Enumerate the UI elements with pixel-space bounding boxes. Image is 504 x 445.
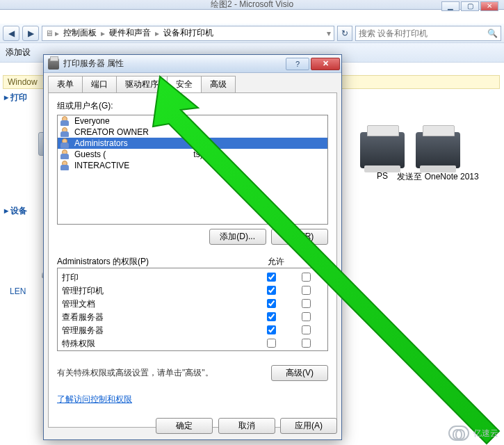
deny-column-header bbox=[293, 256, 328, 268]
deny-checkbox[interactable] bbox=[302, 299, 311, 308]
permission-label: 管理打印机 bbox=[62, 285, 254, 297]
dialog-help-button[interactable]: ? bbox=[286, 58, 309, 70]
permission-label: 管理服务器 bbox=[62, 325, 254, 337]
user-list-label: Guests ( bbox=[74, 149, 106, 159]
permission-label: 查看服务器 bbox=[62, 312, 254, 323]
deny-checkbox[interactable] bbox=[302, 286, 311, 295]
search-icon: 🔍 bbox=[487, 29, 498, 38]
permission-row: 管理文档 bbox=[62, 298, 323, 311]
watermark: 亿速云 bbox=[448, 426, 498, 441]
permission-row: 打印 bbox=[62, 271, 323, 284]
info-bar-label: Window bbox=[8, 77, 38, 87]
explorer-toolbar: ◀ ▶ 🖥 ▸ 控制面板 ▸ 硬件和声音 ▸ 设备和打印机 ▾ ↻ 🔍 bbox=[0, 24, 504, 43]
cancel-button[interactable]: 取消 bbox=[218, 418, 275, 434]
print-server-properties-dialog: 打印服务器 属性 ? ✕ 表单 端口 驱动程序 安全 高级 组或用户名(G): … bbox=[43, 54, 342, 440]
group-icon bbox=[60, 149, 70, 159]
allow-column-header: 允许 bbox=[259, 256, 293, 268]
user-list-item[interactable]: INTERACTIVE bbox=[58, 160, 327, 171]
user-list-label: CREATOR OWNER bbox=[74, 127, 149, 137]
user-list-item[interactable]: CREATOR OWNER bbox=[58, 127, 327, 138]
allow-checkbox[interactable] bbox=[267, 286, 276, 295]
visio-titlebar: 绘图2 - Microsoft Visio ▁ ▢ ✕ bbox=[0, 0, 504, 10]
search-box[interactable]: 🔍 bbox=[355, 26, 501, 41]
group-users-label: 组或用户名(G): bbox=[57, 100, 328, 112]
watermark-text: 亿速云 bbox=[473, 428, 498, 439]
allow-checkbox[interactable] bbox=[267, 325, 276, 334]
visio-title: 绘图2 - Microsoft Visio bbox=[211, 0, 293, 9]
tab-ports[interactable]: 端口 bbox=[82, 76, 117, 92]
nav-forward-button[interactable]: ▶ bbox=[22, 26, 39, 41]
printer-icon bbox=[48, 58, 59, 70]
allow-checkbox[interactable] bbox=[267, 299, 276, 308]
permissions-title: Administrators 的权限(P) bbox=[57, 256, 259, 268]
user-list-label: INTERACTIVE bbox=[74, 161, 129, 170]
tab-strip: 表单 端口 驱动程序 安全 高级 bbox=[44, 73, 341, 92]
permission-label: 管理文档 bbox=[62, 298, 254, 310]
dialog-footer: 确定 取消 应用(A) bbox=[48, 418, 337, 434]
tab-advanced[interactable]: 高级 bbox=[201, 76, 236, 92]
add-user-button[interactable]: 添加(D)... bbox=[209, 229, 266, 245]
search-input[interactable] bbox=[359, 29, 485, 38]
deny-checkbox[interactable] bbox=[302, 325, 311, 334]
add-device-button[interactable]: 添加设 bbox=[6, 47, 31, 58]
permission-row: 管理服务器 bbox=[62, 324, 323, 337]
users-listbox[interactable]: EveryoneCREATOR OWNERAdministratorsGuest… bbox=[57, 115, 328, 225]
tab-forms[interactable]: 表单 bbox=[48, 76, 83, 92]
allow-checkbox[interactable] bbox=[267, 339, 276, 348]
dialog-title: 打印服务器 属性 bbox=[63, 58, 282, 70]
watermark-logo-icon bbox=[448, 426, 469, 441]
permission-label: 特殊权限 bbox=[62, 338, 254, 350]
tree-devices-header[interactable]: ▸ 设备 bbox=[4, 205, 40, 217]
advanced-row: 有关特殊权限或高级设置，请单击"高级"。 高级(V) bbox=[57, 365, 328, 381]
user-list-item[interactable]: Administrators bbox=[58, 138, 327, 149]
user-list-label: Everyone bbox=[74, 116, 110, 126]
learn-access-control-link[interactable]: 了解访问控制和权限 bbox=[57, 394, 132, 405]
printer-icon bbox=[416, 132, 460, 168]
permissions-header: Administrators 的权限(P) 允许 bbox=[57, 256, 328, 268]
visio-min-button[interactable]: ▁ bbox=[441, 1, 460, 11]
tree-printers-header[interactable]: ▸ 打印 bbox=[4, 92, 40, 104]
onenote-printer-item[interactable]: 发送至 OneNote 2013 bbox=[396, 132, 480, 183]
visio-max-button[interactable]: ▢ bbox=[461, 1, 479, 11]
advanced-button[interactable]: 高级(V) bbox=[271, 365, 328, 381]
tree-item-len[interactable]: LEN bbox=[10, 286, 40, 296]
visio-close-button[interactable]: ✕ bbox=[480, 1, 498, 11]
permissions-listbox[interactable]: 打印管理打印机管理文档查看服务器管理服务器特殊权限 bbox=[57, 268, 328, 351]
group-icon bbox=[60, 138, 70, 148]
visio-caption-buttons: ▁ ▢ ✕ bbox=[441, 1, 498, 11]
allow-checkbox[interactable] bbox=[267, 312, 276, 321]
breadcrumb-dropdown-icon[interactable]: ▾ bbox=[327, 29, 331, 38]
nav-back-button[interactable]: ◀ bbox=[3, 26, 19, 41]
permission-label: 打印 bbox=[62, 272, 254, 284]
dialog-titlebar[interactable]: 打印服务器 属性 ? ✕ bbox=[44, 55, 341, 73]
advanced-text: 有关特殊权限或高级设置，请单击"高级"。 bbox=[57, 367, 268, 379]
deny-checkbox[interactable] bbox=[302, 339, 311, 348]
deny-checkbox[interactable] bbox=[302, 273, 311, 282]
apply-button[interactable]: 应用(A) bbox=[280, 418, 337, 434]
deny-checkbox[interactable] bbox=[302, 312, 311, 321]
permission-row: 查看服务器 bbox=[62, 311, 323, 324]
allow-checkbox[interactable] bbox=[267, 273, 276, 282]
permission-row: 特殊权限 bbox=[62, 337, 323, 350]
user-list-item[interactable]: Everyone bbox=[58, 115, 327, 127]
group-icon bbox=[60, 116, 70, 126]
breadcrumb-root-icon: 🖥 bbox=[45, 29, 54, 38]
remove-user-button[interactable]: 删除(R) bbox=[271, 229, 328, 245]
user-list-item[interactable]: Guests (ts) bbox=[58, 149, 327, 160]
permission-row: 管理打印机 bbox=[62, 284, 323, 298]
dialog-close-button[interactable]: ✕ bbox=[311, 58, 340, 70]
refresh-button[interactable]: ↻ bbox=[337, 26, 352, 41]
user-list-label: Administrators bbox=[74, 138, 128, 148]
tab-drivers[interactable]: 驱动程序 bbox=[116, 76, 168, 92]
crumb-0[interactable]: 控制面板 bbox=[60, 27, 99, 39]
tab-security[interactable]: 安全 bbox=[167, 76, 202, 92]
crumb-1[interactable]: 硬件和声音 bbox=[106, 27, 154, 39]
crumb-2[interactable]: 设备和打印机 bbox=[161, 27, 216, 39]
onenote-label: 发送至 OneNote 2013 bbox=[396, 171, 480, 183]
group-icon bbox=[60, 127, 70, 137]
tab-page-security: 组或用户名(G): EveryoneCREATOR OWNERAdministr… bbox=[48, 92, 337, 428]
group-icon bbox=[60, 161, 70, 170]
breadcrumb[interactable]: 🖥 ▸ 控制面板 ▸ 硬件和声音 ▸ 设备和打印机 ▾ bbox=[42, 26, 334, 41]
users-button-row: 添加(D)... 删除(R) bbox=[57, 229, 328, 245]
ok-button[interactable]: 确定 bbox=[156, 418, 213, 434]
